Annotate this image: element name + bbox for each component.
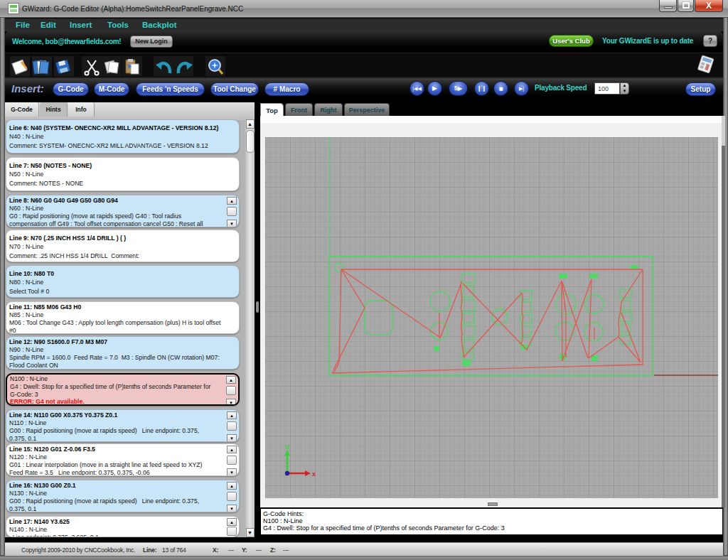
svg-text:x: x bbox=[312, 470, 316, 478]
